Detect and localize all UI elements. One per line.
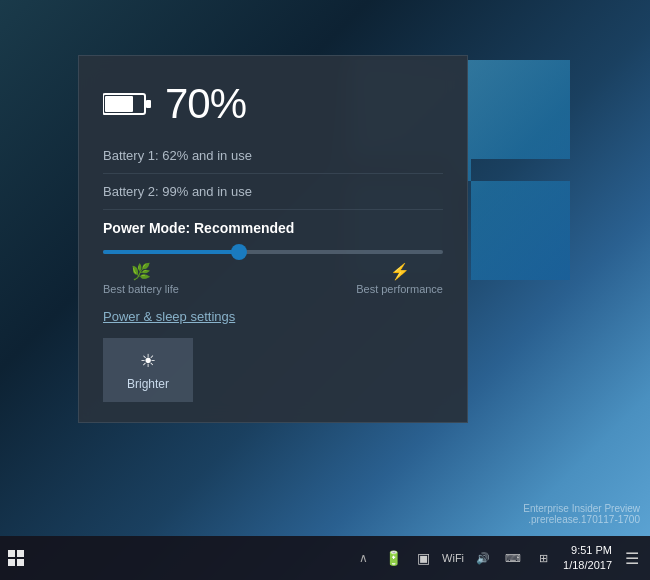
slider-label-left: 🌿 Best battery life [103, 262, 179, 295]
slider-left-text: Best battery life [103, 283, 179, 295]
power-mode-label: Power Mode: Recommended [103, 220, 443, 236]
power-settings-link[interactable]: Power & sleep settings [103, 309, 443, 324]
battery-life-icon: 🌿 [131, 262, 151, 281]
taskbar-left [8, 550, 24, 566]
slider-label-right: ⚡ Best performance [356, 262, 443, 295]
battery-header: 70% [103, 80, 443, 128]
taskbar-right: ∧ 🔋 ▣ WiFi 🔊 ⌨ ⊞ 9:51 PM 1/18/2017 ☰ [353, 543, 642, 574]
battery2-detail: Battery 2: 99% and in use [103, 184, 443, 210]
svg-rect-2 [105, 96, 133, 112]
slider-fill [103, 250, 239, 254]
win-logo-br [17, 559, 24, 566]
taskbar-clock[interactable]: 9:51 PM 1/18/2017 [563, 543, 612, 574]
show-hidden-icons-button[interactable]: ∧ [353, 548, 373, 568]
volume-taskbar-icon[interactable]: 🔊 [473, 548, 493, 568]
battery-icon-large [103, 91, 151, 117]
brightness-icon: ☀ [140, 350, 156, 372]
battery-taskbar-icon[interactable]: 🔋 [383, 548, 403, 568]
wifi-taskbar-icon[interactable]: WiFi [443, 548, 463, 568]
watermark: Enterprise Insider Preview .prerelease.1… [523, 503, 640, 525]
notification-center-icon[interactable]: ☰ [622, 548, 642, 568]
watermark-line1: Enterprise Insider Preview [523, 503, 640, 514]
slider-thumb[interactable] [231, 244, 247, 260]
taskbar-time-display: 9:51 PM [571, 543, 612, 558]
start-button[interactable] [8, 550, 24, 566]
win-logo-tr [17, 550, 24, 557]
performance-icon: ⚡ [390, 262, 410, 281]
battery-panel: 70% Battery 1: 62% and in use Battery 2:… [78, 55, 468, 423]
battery-percent: 70% [165, 80, 246, 128]
slider-track [103, 250, 443, 254]
display-taskbar-icon[interactable]: ▣ [413, 548, 433, 568]
brightness-button[interactable]: ☀ Brighter [103, 338, 193, 402]
battery1-detail: Battery 1: 62% and in use [103, 148, 443, 174]
win-logo-tl [8, 550, 15, 557]
taskbar: ∧ 🔋 ▣ WiFi 🔊 ⌨ ⊞ 9:51 PM 1/18/2017 ☰ [0, 536, 650, 580]
slider-labels: 🌿 Best battery life ⚡ Best performance [103, 262, 443, 295]
brightness-label: Brighter [127, 377, 169, 391]
input-language-icon[interactable]: ⌨ [503, 548, 523, 568]
keyboard-layout-icon[interactable]: ⊞ [533, 548, 553, 568]
watermark-line2: .prerelease.170117-1700 [523, 514, 640, 525]
win-logo-bl [8, 559, 15, 566]
slider-right-text: Best performance [356, 283, 443, 295]
svg-rect-1 [146, 100, 151, 108]
taskbar-date-display: 1/18/2017 [563, 558, 612, 573]
power-mode-slider[interactable] [103, 250, 443, 254]
